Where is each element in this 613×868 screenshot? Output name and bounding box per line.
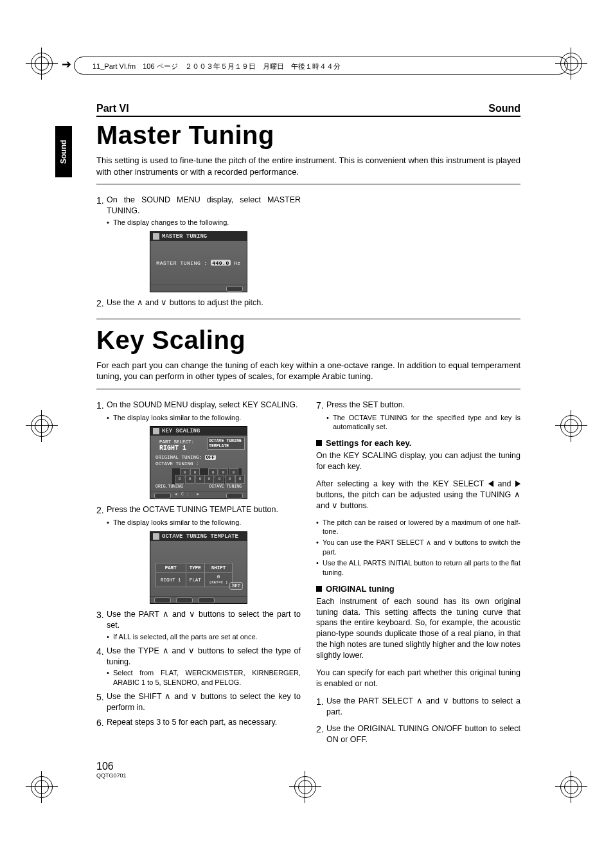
subheading: ORIGINAL tuning — [316, 584, 520, 594]
lcd-master-tuning: MASTER TUNING MASTER TUNING : 440.0 Hz — [150, 231, 247, 292]
divider — [96, 184, 520, 184]
octave-keys: 0 0 0 0 0 0 0 0 0 0 0 0 — [172, 468, 242, 484]
step: 1. On the SOUND MENU display, select KEY… — [96, 400, 301, 412]
step-text: On the SOUND MENU display, select MASTER… — [107, 195, 301, 217]
heading-key-scaling: Key Scaling — [96, 326, 520, 355]
lcd-value: RIGHT 1 — [159, 445, 186, 452]
triangle-right-icon — [515, 481, 520, 487]
step: 7. Press the SET button. — [316, 400, 520, 412]
step-text: Press the SET button. — [326, 400, 520, 412]
bullet: • The display looks similar to the follo… — [107, 518, 301, 527]
lcd-col: PART — [156, 563, 186, 573]
step-text: Use the PART ∧ and ∨ buttons to select t… — [107, 609, 301, 631]
keyboard-icon — [153, 428, 159, 434]
step: 5. Use the SHIFT ∧ and ∨ buttons to sele… — [96, 691, 301, 713]
crop-mark — [26, 410, 58, 442]
divider — [96, 389, 520, 389]
bullet: • The display looks similar to the follo… — [107, 413, 301, 423]
running-head-left: Part VI — [96, 103, 129, 114]
bullet-text: The display looks similar to the followi… — [113, 518, 301, 527]
bullet-text: The pitch can be raised or lowered by a … — [323, 518, 520, 537]
soft-button — [154, 493, 171, 499]
step-text: Use the ORIGINAL TUNING ON/OFF button to… — [326, 723, 520, 745]
step-text: Use the PART SELECT ∧ and ∨ buttons to s… — [326, 696, 520, 718]
bullet: • The OCTAVE TUNING for the specified ty… — [326, 413, 520, 432]
lcd-cell: RIGHT 1 — [156, 573, 186, 587]
doc-code: QQTG0701 — [96, 772, 520, 779]
page-content: Part VI Sound Master Tuning This setting… — [96, 103, 520, 779]
paragraph: After selecting a key with the KEY SELEC… — [316, 479, 520, 511]
square-icon — [316, 586, 322, 592]
lcd-title: KEY SCALING — [162, 428, 200, 434]
running-head-right: Sound — [488, 103, 520, 114]
step: 4. Use the TYPE ∧ and ∨ buttons to selec… — [96, 646, 301, 668]
paragraph: You can specify for each part whether th… — [316, 668, 520, 689]
soft-button — [226, 493, 243, 499]
lcd-label: OCTAVE TUNING — [209, 484, 242, 489]
soft-button — [176, 598, 193, 603]
bullet-dot: • — [107, 218, 113, 227]
step: 2. Use the ORIGINAL TUNING ON/OFF button… — [316, 723, 520, 745]
paragraph: On the KEY SCALING display, you can adju… — [316, 450, 520, 472]
soft-button — [226, 286, 243, 292]
lcd-col: TYPE — [186, 563, 204, 573]
lcd-unit: Hz — [234, 260, 241, 265]
side-tab-sound: Sound — [55, 126, 72, 177]
lcd-title: OCTAVE TUNING TEMPLATE — [162, 533, 238, 540]
step-number: 1. — [96, 195, 107, 217]
bullet: • If ALL is selected, all the parts are … — [107, 632, 301, 642]
lead-key-scaling: For each part you can change the tuning … — [96, 360, 520, 382]
paragraph: Each instrument of each sound has its ow… — [316, 596, 520, 661]
running-head: Part VI Sound — [96, 103, 520, 117]
step-text: Press the OCTAVE TUNING TEMPLATE button. — [107, 504, 301, 517]
step: 1. Use the PART SELECT ∧ and ∨ buttons t… — [316, 696, 520, 718]
bullet-text: The OCTAVE TUNING for the specified type… — [333, 413, 520, 432]
lcd-key-scaling: KEY SCALING PART SELECT: RIGHT 1 OCTAVE … — [150, 426, 247, 499]
lcd-label: MASTER TUNING : — [156, 260, 208, 265]
step: 6. Repeat steps 3 to 5 for each part, as… — [96, 717, 301, 729]
step-text: Use the ∧ and ∨ buttons to adjust the pi… — [107, 297, 301, 310]
bullet-text: The display looks similar to the followi… — [113, 413, 301, 423]
step: 1. On the SOUND MENU display, select MAS… — [96, 195, 301, 217]
lcd-cell: (KEY=C ) — [209, 580, 228, 585]
lcd-octave-tuning-template: OCTAVE TUNING TEMPLATE PART TYPE SHIFT R… — [150, 531, 247, 604]
bullet-text: If ALL is selected, all the parts are se… — [113, 632, 301, 642]
menu-icon — [153, 233, 159, 240]
lead-master-tuning: This setting is used to fine-tune the pi… — [96, 155, 520, 177]
step-number: 2. — [96, 297, 107, 310]
heading-master-tuning: Master Tuning — [96, 121, 520, 150]
print-header: 11_Part VI.fm 106 ページ ２００３年５月１９日 月曜日 午後１… — [74, 57, 568, 75]
lcd-label: ORIG.TUNING — [155, 484, 183, 489]
lcd-label: OCTAVE TUNING : — [155, 461, 199, 466]
arrow-icon: ➔ — [62, 57, 71, 71]
step-text: Repeat steps 3 to 5 for each part, as ne… — [107, 717, 301, 729]
bullet: • You can use the PART SELECT ∧ and ∨ bu… — [316, 538, 520, 557]
divider — [96, 319, 520, 319]
lcd-set-button: SET — [229, 582, 243, 590]
lcd-value: OFF — [205, 455, 217, 460]
lcd-cell: 0 — [217, 574, 220, 580]
crop-mark — [555, 410, 587, 442]
bullet: • Use the ALL PARTS INITIAL button to re… — [316, 558, 520, 578]
bullet-text: You can use the PART SELECT ∧ and ∨ butt… — [323, 538, 520, 557]
lcd-label: ORIGINAL TUNING: — [155, 455, 202, 460]
lcd-col: SHIFT — [204, 563, 232, 573]
soft-button — [198, 598, 215, 603]
bullet: • The pitch can be raised or lowered by … — [316, 518, 520, 537]
subheading: Settings for each key. — [316, 438, 520, 448]
bullet-text: Use the ALL PARTS INITIAL button to retu… — [323, 558, 520, 578]
step: 2. Use the ∧ and ∨ buttons to adjust the… — [96, 297, 301, 310]
soft-button — [154, 598, 171, 603]
bullet-text: Select from FLAT, WERCKMEISTER, KIRNBERG… — [113, 668, 301, 687]
lcd-title: MASTER TUNING — [162, 233, 207, 240]
crop-mark — [555, 771, 587, 803]
step: 2. Press the OCTAVE TUNING TEMPLATE butt… — [96, 504, 301, 517]
lcd-cell: FLAT — [186, 573, 204, 587]
page-number: 106 — [96, 761, 520, 772]
lcd-label: PART SELECT: — [159, 439, 194, 445]
triangle-left-icon — [488, 481, 493, 487]
lcd-template-tag: OCTAVE TUNING TEMPLATE — [208, 438, 245, 449]
crop-mark — [26, 771, 58, 803]
lcd-label: C : — [181, 492, 189, 497]
crop-mark — [26, 48, 58, 80]
